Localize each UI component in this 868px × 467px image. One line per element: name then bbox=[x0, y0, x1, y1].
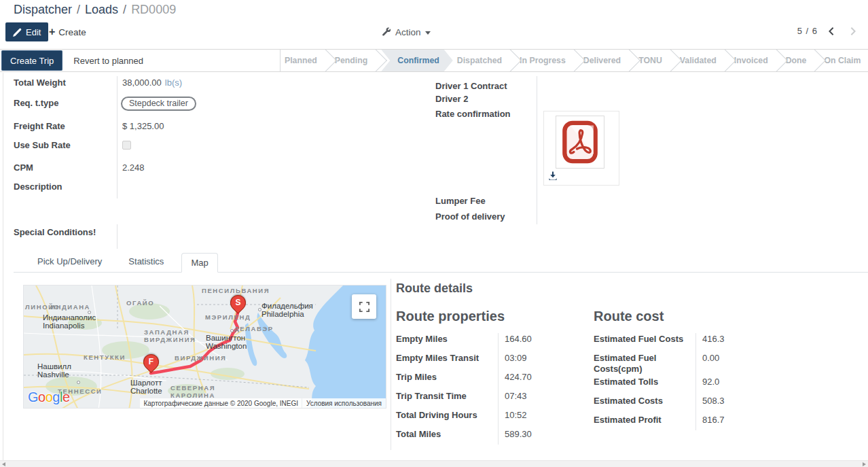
map-attribution: Картографические данные © 2020 Google, I… bbox=[140, 398, 302, 408]
route-row-label: Trip Miles bbox=[396, 370, 498, 383]
group-separator bbox=[117, 224, 117, 249]
field-label: Driver 1 Contract bbox=[435, 81, 537, 91]
create-button[interactable]: + Create bbox=[49, 22, 86, 41]
stage-separator bbox=[570, 50, 579, 71]
map-label-city: ФиладельфияPhiladelphia bbox=[261, 302, 313, 318]
stage-separator bbox=[625, 50, 634, 71]
breadcrumb-separator: / bbox=[123, 3, 126, 16]
pager-previous-icon[interactable] bbox=[827, 27, 835, 36]
stage-separator bbox=[772, 50, 782, 71]
breadcrumb-link-dispatcher[interactable]: Dispatcher bbox=[14, 3, 72, 16]
route-details-section: Route details Route properties Route cos… bbox=[391, 279, 866, 450]
route-row-value: 0.00 bbox=[695, 351, 719, 363]
breadcrumb-current: RD0009 bbox=[131, 3, 176, 16]
edit-button[interactable]: Edit bbox=[5, 22, 48, 41]
use-sub-rate-checkbox[interactable] bbox=[122, 141, 131, 150]
route-row-label: Estimated Costs bbox=[594, 394, 695, 407]
tab-map[interactable]: Map bbox=[181, 253, 217, 273]
scroll-right-icon[interactable] bbox=[863, 462, 866, 466]
map-label-region: ДЕЛАВЭР bbox=[234, 325, 274, 332]
field-label: Proof of delivery bbox=[435, 211, 537, 222]
map-attribution-bar: Картографические данные © 2020 Google, I… bbox=[122, 398, 386, 408]
field-cpm: CPM 2.248 bbox=[14, 162, 145, 173]
field-total-weight: Total Weight 38,000.00lb(s) bbox=[14, 77, 182, 88]
route-row-label: Estimated Fuel Costs bbox=[594, 332, 695, 345]
city-dot bbox=[230, 329, 234, 332]
map-terms-link[interactable]: Условия использования bbox=[302, 398, 386, 408]
route-row-value: 424.70 bbox=[498, 370, 532, 382]
scroll-left-icon[interactable] bbox=[2, 462, 5, 466]
stage-separator bbox=[865, 50, 868, 71]
pager-next-icon[interactable] bbox=[849, 27, 857, 36]
route-row-value: 508.3 bbox=[695, 394, 725, 406]
route-row-value: 03:09 bbox=[498, 351, 527, 363]
field-label: Freight Rate bbox=[14, 121, 117, 131]
map-label-region: КЕНТУККИ bbox=[84, 353, 126, 361]
map-label-region: ПЕНСИЛЬВАНИЯ bbox=[202, 287, 270, 294]
horizontal-scrollbar[interactable] bbox=[0, 460, 868, 467]
pdf-thumbnail[interactable] bbox=[556, 116, 604, 169]
stage-separator bbox=[506, 50, 516, 71]
field-value: 38,000.00lb(s) bbox=[117, 77, 182, 88]
field-rate-confirmation: Rate confirmation bbox=[435, 109, 537, 119]
route-row-value: 164.60 bbox=[498, 332, 532, 344]
pager: 5 / 6 bbox=[797, 26, 857, 36]
city-dot bbox=[77, 381, 80, 384]
map-label-city: ИндианаполисIndianapolis bbox=[43, 313, 96, 330]
field-driver2: Driver 2 bbox=[435, 94, 537, 104]
pencil-icon bbox=[13, 28, 22, 37]
action-menu-label: Action bbox=[395, 27, 421, 37]
table-separator bbox=[695, 333, 696, 430]
stage-in-progress[interactable]: In Progress bbox=[516, 50, 570, 71]
weight-unit[interactable]: lb(s) bbox=[165, 77, 182, 88]
total-weight-value: 38,000.00 bbox=[122, 77, 162, 88]
field-label: Lumper Fee bbox=[435, 196, 537, 206]
fullscreen-button[interactable] bbox=[352, 294, 376, 319]
download-icon[interactable] bbox=[548, 171, 559, 182]
create-button-label: Create bbox=[58, 27, 86, 37]
route-cost-title: Route cost bbox=[594, 309, 664, 324]
route-row-label: Total Miles bbox=[396, 427, 498, 440]
stage-separator bbox=[810, 50, 820, 71]
map-pin-f[interactable]: F bbox=[140, 351, 162, 373]
dispatcher-load-form: Dispatcher/Loads/RD0009 Edit + Create Ac… bbox=[0, 0, 868, 467]
route-row-label: Estimated Profit bbox=[594, 413, 695, 426]
map-label-region: ИНДИАНА bbox=[50, 303, 90, 311]
group-separator bbox=[117, 76, 117, 198]
google-logo[interactable]: Google bbox=[28, 390, 70, 405]
breadcrumb: Dispatcher/Loads/RD0009 bbox=[14, 3, 176, 17]
field-label: Special Conditions! bbox=[14, 227, 117, 237]
notebook-tabs: Pick Up/DeliveryStatisticsMap bbox=[14, 253, 868, 273]
map-label-city: ШарлоттCharlotte bbox=[130, 379, 162, 395]
create-trip-button[interactable]: Create Trip bbox=[1, 50, 62, 71]
breadcrumb-link-loads[interactable]: Loads bbox=[85, 3, 118, 16]
tab-statistics[interactable]: Statistics bbox=[120, 252, 173, 272]
map-pin-s[interactable]: S bbox=[227, 292, 249, 314]
plus-icon: + bbox=[49, 27, 55, 37]
route-properties-table: Empty Miles164.60Empty Miles Transit03:0… bbox=[396, 332, 587, 446]
stage-separator bbox=[666, 50, 676, 71]
route-row-empty-miles-transit: Empty Miles Transit03:09 bbox=[396, 351, 587, 370]
map-overlay: ЛИНОЙСИНДИАНАОГАЙОПЕНСИЛЬВАНИЯМЭРИЛЕНДЗА… bbox=[24, 286, 386, 408]
city-dot bbox=[88, 311, 91, 314]
route-row-value: 92.0 bbox=[695, 375, 719, 387]
tab-pick-up-delivery[interactable]: Pick Up/Delivery bbox=[29, 252, 111, 272]
trailer-type-badge: Stepdeck trailer bbox=[121, 97, 196, 111]
field-special-conditions: Special Conditions! bbox=[14, 227, 117, 237]
route-row-label: Empty Miles bbox=[396, 332, 498, 345]
field-label: Description bbox=[14, 181, 117, 192]
route-map[interactable]: ЛИНОЙСИНДИАНАОГАЙОПЕНСИЛЬВАНИЯМЭРИЛЕНДЗА… bbox=[23, 285, 386, 409]
stage-confirmed[interactable]: Confirmed bbox=[381, 50, 453, 71]
field-label: Req. t.type bbox=[14, 98, 117, 108]
action-menu-button[interactable]: Action bbox=[382, 24, 431, 39]
route-row-value: 589.30 bbox=[498, 427, 532, 439]
revert-to-planned-button[interactable]: Revert to planned bbox=[62, 50, 154, 71]
route-row-value: 10:52 bbox=[498, 408, 527, 420]
route-details-title: Route details bbox=[396, 281, 473, 296]
field-label: Use Sub Rate bbox=[14, 140, 117, 150]
route-row-estimated-profit: Estimated Profit816.7 bbox=[594, 413, 794, 432]
field-value: Stepdeck trailer bbox=[117, 97, 196, 111]
table-separator bbox=[498, 333, 499, 445]
fullscreen-icon bbox=[359, 301, 370, 313]
route-row-estimated-fuel-costs-cpm-: Estimated Fuel Costs(cpm)0.00 bbox=[594, 351, 794, 375]
